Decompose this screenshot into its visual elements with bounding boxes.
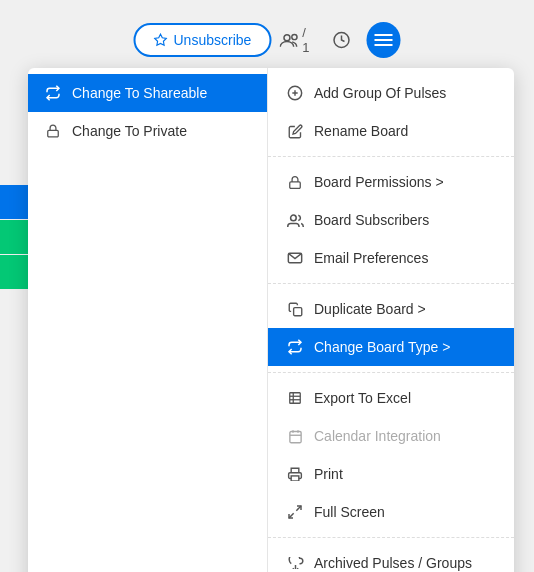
menu-item-change-private[interactable]: Change To Private — [28, 112, 267, 150]
person-count-label: / 1 — [302, 25, 316, 55]
right-panel: Add Group Of Pulses Rename Board Board P… — [268, 68, 514, 572]
menu-item-board-subscribers[interactable]: Board Subscribers — [268, 201, 514, 239]
calendar-icon — [286, 427, 304, 445]
cloud-icon — [286, 554, 304, 572]
menu-item-change-shareable[interactable]: Change To Shareable — [28, 74, 267, 112]
svg-rect-7 — [48, 130, 59, 136]
arrows-icon — [286, 338, 304, 356]
menu-item-archived-pulses[interactable]: Archived Pulses / Groups — [268, 544, 514, 572]
duplicate-board-label: Duplicate Board > — [314, 301, 426, 317]
svg-rect-23 — [291, 476, 299, 481]
envelope-icon — [286, 249, 304, 267]
divider-3 — [268, 372, 514, 373]
divider-2 — [268, 283, 514, 284]
board-subscribers-label: Board Subscribers — [314, 212, 429, 228]
lock-icon — [44, 122, 62, 140]
change-shareable-label: Change To Shareable — [72, 85, 207, 101]
top-bar: Unsubscribe / 1 — [134, 22, 401, 58]
pencil-icon — [286, 122, 304, 140]
svg-rect-19 — [289, 431, 300, 442]
unsubscribe-button[interactable]: Unsubscribe — [134, 23, 272, 57]
rename-board-label: Rename Board — [314, 123, 408, 139]
divider-1 — [268, 156, 514, 157]
person-count: / 1 — [279, 25, 316, 55]
svg-point-2 — [292, 34, 297, 39]
svg-point-1 — [284, 35, 290, 41]
expand-icon — [286, 503, 304, 521]
clock-icon — [332, 31, 350, 49]
share-icon — [44, 84, 62, 102]
person-group-icon — [286, 211, 304, 229]
board-permissions-label: Board Permissions > — [314, 174, 444, 190]
change-board-type-label: Change Board Type > — [314, 339, 450, 355]
menu-item-board-permissions[interactable]: Board Permissions > — [268, 163, 514, 201]
svg-rect-15 — [290, 393, 301, 404]
copy-icon — [286, 300, 304, 318]
star-icon — [154, 33, 168, 47]
export-excel-label: Export To Excel — [314, 390, 411, 406]
menu-item-add-group[interactable]: Add Group Of Pulses — [268, 74, 514, 112]
menu-item-calendar-integration: Calendar Integration — [268, 417, 514, 455]
menu-item-change-board-type[interactable]: Change Board Type > — [268, 328, 514, 366]
left-panel: Change To Shareable Change To Private — [28, 68, 268, 572]
svg-rect-11 — [290, 181, 301, 187]
hamburger-button[interactable] — [366, 22, 400, 58]
change-private-label: Change To Private — [72, 123, 187, 139]
print-label: Print — [314, 466, 343, 482]
menu-item-rename-board[interactable]: Rename Board — [268, 112, 514, 150]
menu-item-email-preferences[interactable]: Email Preferences — [268, 239, 514, 277]
email-preferences-label: Email Preferences — [314, 250, 428, 266]
divider-4 — [268, 537, 514, 538]
unsubscribe-label: Unsubscribe — [174, 32, 252, 48]
hamburger-icon — [374, 33, 392, 47]
table-icon — [286, 389, 304, 407]
dropdown-menu: Change To Shareable Change To Private — [28, 68, 514, 572]
menu-item-fullscreen[interactable]: Full Screen — [268, 493, 514, 531]
fullscreen-label: Full Screen — [314, 504, 385, 520]
menu-item-print[interactable]: Print — [268, 455, 514, 493]
clock-button[interactable] — [324, 22, 358, 58]
printer-icon — [286, 465, 304, 483]
lock-sm-icon — [286, 173, 304, 191]
svg-point-12 — [290, 215, 296, 221]
plus-circle-icon — [286, 84, 304, 102]
menu-item-duplicate-board[interactable]: Duplicate Board > — [268, 290, 514, 328]
archived-pulses-label: Archived Pulses / Groups — [314, 555, 472, 571]
menu-item-export-excel[interactable]: Export To Excel — [268, 379, 514, 417]
calendar-integration-label: Calendar Integration — [314, 428, 441, 444]
persons-icon — [279, 31, 300, 49]
svg-marker-0 — [155, 34, 167, 45]
svg-rect-14 — [293, 307, 301, 315]
add-group-label: Add Group Of Pulses — [314, 85, 446, 101]
